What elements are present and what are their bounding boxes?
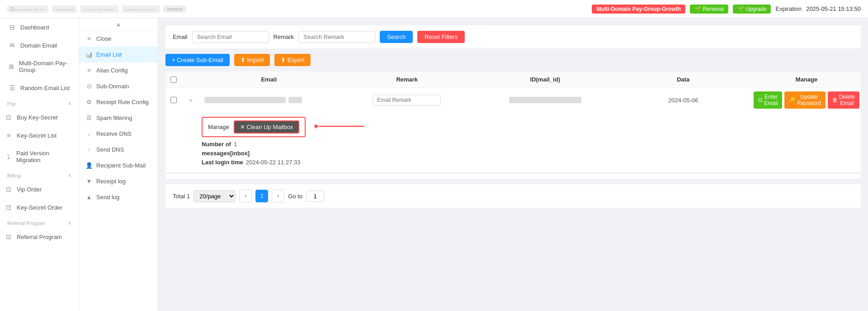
sidebar-label-paid-version: Paid Version Migration (16, 150, 71, 163)
sidebar-label-billing: Billing (7, 173, 20, 178)
messages-inbox-label: messages[inbox] (202, 150, 250, 157)
submenu-item-sub-domain[interactable]: ⊙ Sub-Domain (79, 78, 158, 94)
submenu-item-send-dns[interactable]: ↑ Send DNS (79, 142, 158, 158)
remark-filter-label: Remark (274, 33, 294, 40)
next-page-button[interactable]: › (272, 190, 284, 202)
sidebar-item-key-secret-order[interactable]: ⊡ Key-Secret Order (0, 198, 79, 216)
manage-highlight-box: Manage ✕ Clean Up Mailbox (202, 117, 306, 137)
last-login-value: 2024-05-22 11:27:33 (246, 159, 301, 166)
search-button[interactable]: Search (380, 31, 413, 43)
sidebar: ⊟ Dashboard ✉ Domain Email ⊞ Multi-Domai… (0, 18, 79, 311)
last-login-label: Last login time (202, 159, 243, 166)
delete-email-button[interactable]: 🗑 Delete Email (828, 91, 859, 109)
update-password-button[interactable]: 🔑 Update Password (784, 91, 826, 109)
search-email-input[interactable] (192, 31, 269, 43)
action-bar: + Create Sub-Email ⬆ Import ⬆ Export (165, 54, 861, 66)
sidebar-label-key-secret-order: Key-Secret Order (17, 204, 62, 211)
domain-text: D— — — — — (7, 5, 48, 13)
export-button[interactable]: ⬆ Export (274, 54, 311, 66)
number-of-row: Number of 1 (202, 141, 825, 148)
expiration-date: 2025-05-21 15:13:50 (806, 5, 861, 12)
page-size-select[interactable]: 10/page 20/page 50/page 100/page (193, 190, 236, 202)
referral-link-icon: ⊡ (5, 233, 12, 240)
submenu-label-send-dns: Send DNS (96, 146, 124, 153)
submenu-label-receive-dns: Receive DNS (96, 130, 132, 137)
delete-label: Delete Email (839, 94, 855, 106)
referral-chevron-icon: ∧ (68, 220, 71, 226)
pagination-total: Total 1 (173, 193, 190, 200)
th-checkbox (165, 76, 182, 83)
submenu-item-send-log[interactable]: ▲ Send log (79, 189, 158, 205)
submenu-label-close: Close (96, 35, 111, 42)
horizontal-scrollbar[interactable] (165, 173, 861, 179)
create-sub-email-button[interactable]: + Create Sub-Email (165, 54, 230, 66)
sidebar-item-dashboard[interactable]: ⊟ Dashboard (0, 18, 79, 36)
enter-email-label: Enter Email (764, 94, 778, 106)
submenu-label-receipt-log: Receipt log (96, 178, 126, 185)
enter-email-icon: ⊡ (758, 97, 763, 103)
multi-domain-icon: ⊞ (9, 63, 14, 70)
sidebar-section-billing[interactable]: Billing ∧ (0, 169, 79, 180)
receipt-log-icon: ▼ (85, 178, 93, 185)
row-date-cell: 2024-05-06 (614, 97, 753, 104)
sidebar-item-multi-domain[interactable]: ⊞ Multi-Domain Pay-Group (0, 54, 79, 79)
sidebar-item-key-secret-list[interactable]: ≡ Key-Secret List (0, 126, 79, 144)
random-email-icon: ☰ (9, 84, 16, 91)
submenu-scroll-up[interactable]: ▲ (79, 18, 158, 31)
import-button[interactable]: ⬆ Import (234, 54, 270, 66)
sidebar-label-dashboard: Dashboard (20, 24, 49, 31)
sidebar-item-buy-key-secret[interactable]: ⊡ Buy Key-Secret (0, 108, 79, 126)
submenu-item-recipient-sub-mail[interactable]: 👤 Recipient Sub-Mail (79, 158, 158, 173)
dashboard-icon: ⊟ (9, 24, 16, 31)
sidebar-item-paid-version-migration[interactable]: ⤵ Paid Version Migration (0, 144, 79, 169)
submenu-label-alias-config: Alias Config (96, 67, 127, 74)
submenu-item-email-list[interactable]: 📊 Email List (79, 47, 158, 62)
filter-bar: Email Remark Search Reset Filters (165, 25, 861, 48)
submenu-item-receipt-log[interactable]: ▼ Receipt log (79, 173, 158, 189)
alias-config-icon: ≡ (85, 67, 93, 74)
th-id: ID(mail_id) (476, 76, 614, 83)
enter-email-button[interactable]: ⊡ Enter Email (754, 91, 782, 109)
cleanup-mailbox-button[interactable]: ✕ Clean Up Mailbox (234, 120, 299, 134)
table-row-inner: ∨ 2024-05-06 (165, 88, 861, 112)
goto-page-input[interactable] (306, 191, 324, 202)
search-remark-input[interactable] (298, 31, 375, 43)
reset-filters-button[interactable]: Reset Filters (417, 31, 465, 43)
page-1-button[interactable]: 1 (255, 190, 268, 202)
pagination-bar: Total 1 10/page 20/page 50/page 100/page… (165, 184, 861, 208)
sidebar-item-vip-order[interactable]: ⊡ Vip Order (0, 180, 79, 198)
sidebar-section-pay[interactable]: Pay ∧ (0, 97, 79, 108)
sub-domain-icon: ⊙ (85, 83, 93, 90)
badge-multi[interactable]: Multi-Domain Pay-Group-Growth (592, 5, 685, 14)
th-email: Email (200, 76, 338, 83)
row-checkbox[interactable] (170, 97, 177, 103)
row-manage-cell: ⊡ Enter Email 🔑 Update Password 🗑 Delete (752, 91, 861, 109)
prev-page-button[interactable]: ‹ (239, 190, 252, 202)
key-secret-list-icon: ≡ (5, 132, 12, 139)
sidebar-label-domain-email: Domain Email (20, 42, 57, 49)
email-table: Email Remark ID(mail_id) Data Manage ∨ (165, 72, 861, 179)
topbar: D— — — — — — — — — — — — — — — — — — ver… (0, 0, 868, 18)
sidebar-section-referral[interactable]: Referral Program ∧ (0, 216, 79, 228)
select-all-checkbox[interactable] (170, 77, 177, 83)
table-header: Email Remark ID(mail_id) Data Manage (165, 72, 861, 88)
manage-row: Manage ✕ Clean Up Mailbox (202, 117, 825, 137)
th-expand (182, 76, 200, 83)
badge-upgrade[interactable]: 🌱 Upgrade (733, 5, 771, 14)
th-data: Data (614, 76, 753, 83)
submenu-item-alias-config[interactable]: ≡ Alias Config (79, 62, 158, 78)
submenu-item-close[interactable]: ≡ Close (79, 31, 158, 47)
submenu-label-send-log: Send log (96, 194, 119, 201)
vip-order-icon: ⊡ (5, 186, 12, 193)
number-of-value: 1 (234, 141, 237, 148)
sidebar-item-random-email[interactable]: ☰ Random Email List (0, 79, 79, 97)
sidebar-label-pay: Pay (7, 101, 16, 106)
submenu-item-receive-dns[interactable]: ↓ Receive DNS (79, 126, 158, 142)
submenu-item-spam-filtering[interactable]: ☰ Spam filtering (79, 110, 158, 126)
sidebar-item-referral-link[interactable]: ⊡ Referral Program (0, 228, 79, 246)
row-expand-button[interactable]: ∨ (187, 97, 195, 103)
submenu-item-receipt-rule[interactable]: ⚙ Receipt Rule Config (79, 94, 158, 110)
remark-input[interactable] (373, 95, 441, 105)
badge-renewal[interactable]: 🌱 Renewal (690, 5, 728, 14)
sidebar-item-domain-email[interactable]: ✉ Domain Email (0, 36, 79, 54)
